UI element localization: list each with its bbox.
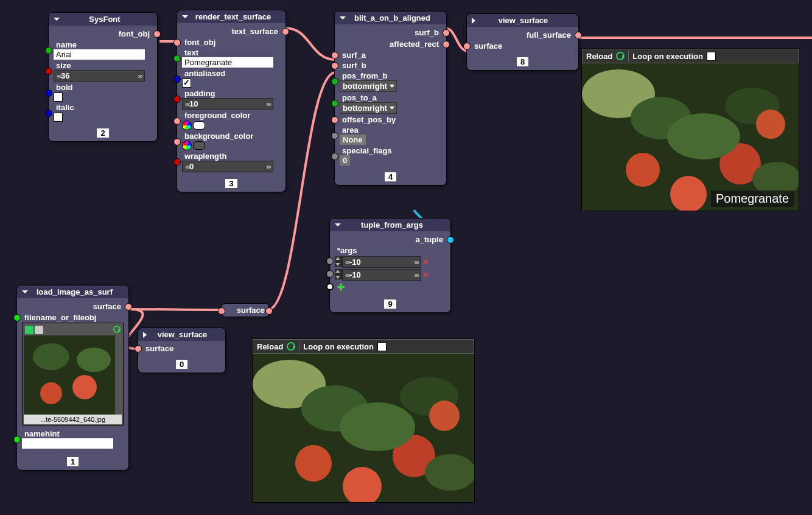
node-header[interactable]: SysFont (49, 13, 157, 26)
collapse-icon[interactable] (54, 18, 60, 21)
node-header[interactable]: blit_a_on_b_aligned (335, 12, 446, 24)
node-header[interactable]: tuple_from_args (330, 219, 450, 231)
collapse-icon[interactable] (22, 290, 28, 293)
arg-input[interactable]: ‹‹‹-10››› (342, 256, 421, 268)
collapse-icon[interactable] (340, 16, 346, 19)
flags-value[interactable]: 0 (340, 155, 350, 166)
node-title: load_image_as_surf (33, 287, 116, 296)
loop-checkbox[interactable] (707, 52, 716, 61)
loop-checkbox[interactable] (377, 342, 387, 351)
node-header[interactable]: view_surface (138, 328, 225, 341)
port-input[interactable] (331, 116, 338, 124)
reload-button[interactable]: Reload (586, 52, 612, 61)
collapse-icon[interactable] (335, 223, 341, 226)
port-input[interactable] (173, 55, 181, 62)
param-label: surf_a (340, 51, 366, 60)
port-input[interactable] (331, 153, 338, 160)
delete-icon[interactable]: ✕ (422, 258, 429, 267)
port-input[interactable] (331, 100, 338, 107)
node-surface-passthrough[interactable]: surface (222, 303, 269, 317)
italic-checkbox[interactable] (54, 113, 63, 122)
collapse-icon[interactable] (182, 15, 188, 18)
port-input[interactable] (463, 43, 471, 50)
reload-icon[interactable] (113, 326, 121, 333)
port-output[interactable] (447, 236, 454, 243)
port-input[interactable] (45, 110, 52, 117)
port-output[interactable] (282, 28, 289, 35)
node-view-surface[interactable]: view_surface full_surface surface 8 (466, 13, 579, 71)
port-input[interactable] (331, 62, 338, 69)
port-output[interactable] (153, 30, 161, 38)
preview-image (253, 354, 474, 502)
node-header[interactable]: load_image_as_surf (17, 286, 128, 298)
port-input[interactable] (45, 68, 52, 75)
bold-checkbox[interactable] (54, 93, 63, 102)
port-input[interactable] (331, 78, 338, 85)
file-icon[interactable] (35, 326, 43, 334)
port-input[interactable] (13, 436, 21, 443)
port-input[interactable] (135, 345, 142, 352)
node-header[interactable]: render_text_surface (177, 10, 285, 23)
param-label: font_obj (182, 38, 215, 47)
wrap-input[interactable]: ‹‹‹0››› (182, 161, 273, 172)
expand-icon[interactable] (143, 332, 147, 338)
port-input[interactable] (326, 258, 334, 265)
node-render-text[interactable]: render_text_surface text_surface font_ob… (177, 10, 286, 192)
aa-checkbox[interactable] (182, 79, 191, 88)
text-input[interactable]: Pomegranate (182, 57, 273, 68)
namehint-input[interactable] (22, 438, 113, 449)
posfrom-dropdown[interactable]: bottomright (340, 80, 397, 92)
divider (628, 51, 629, 61)
node-blit[interactable]: blit_a_on_b_aligned surf_b affected_rect… (334, 11, 447, 186)
port-input[interactable] (173, 75, 181, 83)
port-input[interactable] (331, 52, 338, 59)
delete-icon[interactable]: ✕ (422, 270, 429, 279)
port-input[interactable] (173, 39, 181, 46)
param-label: filename_or_fileobj (22, 313, 96, 322)
param-label: foreground_color (182, 111, 281, 120)
port-output[interactable] (125, 303, 132, 310)
node-header[interactable]: view_surface (467, 14, 578, 27)
port-output[interactable] (443, 29, 450, 37)
port-input[interactable] (326, 270, 334, 278)
expand-icon[interactable] (472, 18, 475, 24)
port-input[interactable] (218, 307, 225, 315)
reload-button[interactable]: Reload (257, 342, 283, 351)
port-input[interactable] (45, 47, 52, 54)
port-output[interactable] (443, 41, 450, 48)
param-label: antialiased (182, 69, 281, 78)
folder-icon[interactable] (25, 326, 33, 334)
arg-input[interactable]: ‹‹‹-10››› (342, 269, 421, 281)
size-input[interactable]: ‹‹‹36››› (54, 70, 145, 82)
color-swatch[interactable] (193, 121, 205, 130)
reload-icon[interactable] (287, 342, 295, 351)
port-input[interactable] (13, 314, 21, 321)
port-output[interactable] (265, 307, 273, 315)
param-label: surface (472, 41, 502, 51)
area-value[interactable]: None (340, 135, 366, 145)
color-wheel-icon[interactable] (182, 141, 192, 150)
node-sysfont[interactable]: SysFont font_obj nameArial size‹‹‹36››› … (48, 12, 158, 142)
color-swatch[interactable] (193, 141, 205, 150)
port-input[interactable] (173, 117, 181, 125)
port-input[interactable] (331, 132, 338, 139)
name-input[interactable]: Arial (54, 49, 145, 60)
node-load-image[interactable]: load_image_as_surf surface filename_or_f… (16, 285, 129, 471)
port-output[interactable] (575, 32, 582, 39)
node-tuple[interactable]: tuple_from_args a_tuple *args ‹‹‹-10›››✕… (329, 218, 451, 313)
color-wheel-icon[interactable] (182, 121, 192, 130)
port-input[interactable] (173, 138, 181, 145)
padding-input[interactable]: ‹‹‹10››› (182, 98, 273, 110)
stepper[interactable] (335, 256, 342, 267)
posto-dropdown[interactable]: bottomright (340, 102, 397, 114)
port-input[interactable] (173, 158, 181, 166)
add-icon[interactable]: ✚ (337, 282, 345, 292)
reload-icon[interactable] (616, 52, 625, 60)
port-input[interactable] (45, 89, 52, 97)
port-input[interactable] (173, 96, 181, 103)
param-label: offset_pos_by (340, 115, 396, 124)
port-input[interactable] (326, 283, 334, 290)
image-thumbnail[interactable]: ...te-5609442_640.jpg (22, 323, 124, 426)
stepper[interactable] (335, 269, 342, 279)
node-view-surface[interactable]: view_surface surface 0 (138, 328, 226, 373)
